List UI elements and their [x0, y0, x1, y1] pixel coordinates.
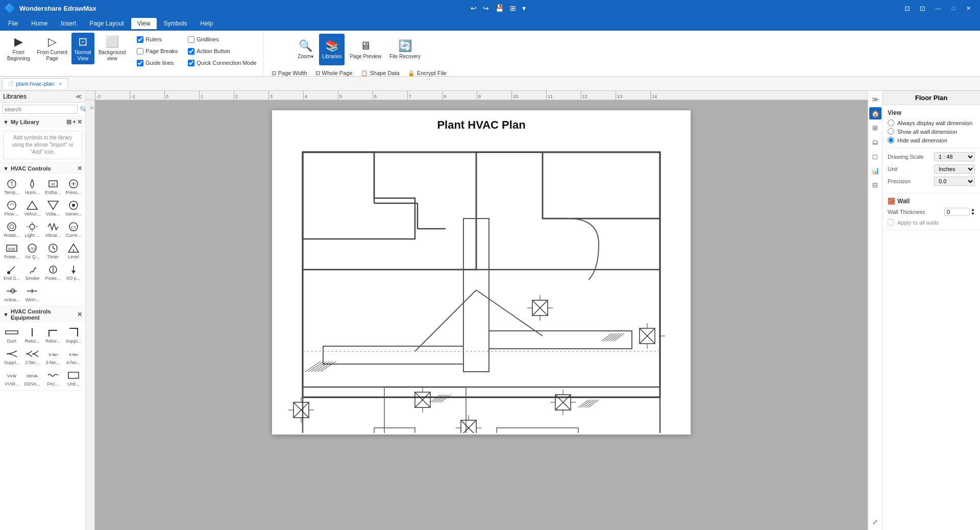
symbol-humidity[interactable]: Humi...	[22, 176, 42, 197]
symbol-4fan[interactable]: 4-fan 4-fan...	[64, 346, 83, 367]
page-breaks-checkbox[interactable]: Page Breaks	[134, 45, 181, 57]
page-width-button[interactable]: ⊡Page Width	[268, 67, 310, 79]
symbol-duct[interactable]: Duct	[2, 325, 21, 345]
symbol-vvw[interactable]: VVW VVW...	[2, 368, 21, 388]
my-library-header[interactable]: ▼ My Library ⊞ + ✕	[0, 116, 85, 128]
symbol-temperature[interactable]: T Temp...	[2, 176, 21, 197]
symbol-enthalpy[interactable]: H Entha...	[43, 176, 63, 197]
panel-icon-shapes[interactable]: ◻	[869, 150, 881, 162]
close-button[interactable]: ✕	[962, 3, 976, 14]
add-icon[interactable]: +	[72, 118, 76, 126]
quick-connection-checkbox[interactable]: Quick Connection Mode	[185, 57, 259, 68]
hide-dimension-radio[interactable]: Hide wall dimension	[888, 137, 975, 143]
normal-view-button[interactable]: ⊡ Normal View	[71, 33, 94, 64]
import-icon[interactable]: ⊞	[66, 118, 71, 126]
close-tab-button[interactable]: ✕	[58, 81, 62, 87]
symbol-power-kw[interactable]: KW Powe...	[2, 240, 21, 261]
symbol-generator[interactable]: Gener...	[64, 198, 83, 218]
symbol-timer[interactable]: Timer	[43, 240, 63, 261]
zoom-button[interactable]: 🔍 Zoom▾	[294, 34, 317, 65]
extra1-button[interactable]: ⊡	[900, 3, 915, 14]
symbol-power-supply[interactable]: Powe...	[43, 262, 63, 282]
symbol-pressure[interactable]: Press...	[64, 176, 83, 197]
symbol-wiring[interactable]: Wirin...	[22, 283, 42, 304]
panel-icon-expand[interactable]: ≫	[869, 93, 881, 105]
wall-thickness-input[interactable]	[944, 208, 970, 216]
save-button[interactable]: 💾	[493, 3, 506, 13]
menu-page-layout[interactable]: Page Layout	[83, 18, 130, 29]
gridlines-checkbox[interactable]: Gridlines	[185, 34, 259, 45]
file-recovery-button[interactable]: 🔄 File Recovery	[386, 34, 424, 65]
panel-icon-floor-plan[interactable]: 🏠	[869, 107, 881, 119]
search-icon[interactable]: 🔍	[80, 106, 86, 113]
guide-lines-checkbox[interactable]: Guide lines	[134, 57, 181, 68]
symbol-voltage[interactable]: Volta...	[43, 198, 63, 218]
symbol-velocity[interactable]: Veloci...	[22, 198, 42, 218]
show-all-radio[interactable]: Show all wall dimension	[888, 128, 975, 135]
extra-dropdown[interactable]: ▾	[520, 3, 528, 13]
close-library-icon[interactable]: ✕	[77, 118, 82, 126]
symbol-supply1[interactable]: Suppl...	[64, 325, 83, 345]
symbol-rotation[interactable]: Rotati...	[2, 219, 21, 239]
encrypt-file-button[interactable]: 🔒Encrypt File	[405, 67, 450, 79]
menu-symbols[interactable]: Symbols	[158, 18, 193, 29]
symbol-light[interactable]: Light ...	[22, 219, 42, 239]
menu-home[interactable]: Home	[25, 18, 54, 29]
shape-data-button[interactable]: 📋Shape Data	[358, 67, 403, 79]
always-display-radio[interactable]: Always display wall dimension	[888, 119, 975, 126]
unit-select[interactable]: Inches	[934, 164, 975, 174]
panel-icon-layers[interactable]: 🗂	[869, 136, 881, 148]
panel-icon-expand2[interactable]: ⤢	[869, 516, 881, 528]
drawing-scale-select[interactable]: 1 : 48	[934, 152, 975, 161]
thickness-down-btn[interactable]: ▼	[971, 212, 975, 216]
precision-select[interactable]: 0.0	[934, 177, 975, 186]
menu-view[interactable]: View	[131, 18, 157, 29]
from-current-page-button[interactable]: ▷ From Current Page	[34, 33, 70, 64]
menu-insert[interactable]: Insert	[55, 18, 82, 29]
symbol-unit[interactable]: Unit...	[64, 368, 83, 388]
symbol-return2[interactable]: Retur...	[43, 325, 63, 345]
newtab-button[interactable]: ⊞	[508, 3, 518, 13]
symbol-io-port[interactable]: I/O p...	[64, 262, 83, 282]
symbol-level[interactable]: Level	[64, 240, 83, 261]
minimize-button[interactable]: —	[931, 3, 945, 14]
menu-file[interactable]: File	[2, 18, 24, 29]
menu-help[interactable]: Help	[194, 18, 219, 29]
diagram-svg[interactable]	[272, 137, 691, 433]
hvac-equipment-header[interactable]: ▼ HVAC Controls Equipment ✕	[0, 306, 85, 323]
background-view-button[interactable]: ⬜ Background view	[95, 33, 129, 64]
panel-icon-table[interactable]: ⊟	[869, 179, 881, 191]
canvas-scroll[interactable]: Plant HVAC Plan	[95, 100, 868, 530]
libraries-button[interactable]: 📚 Libraries	[319, 34, 345, 65]
symbol-3fan[interactable]: 3-fan 3-fan...	[43, 346, 63, 367]
symbol-smoke[interactable]: Smoke	[22, 262, 42, 282]
symbol-flow[interactable]: Flow ...	[2, 198, 21, 218]
symbol-current[interactable]: CT Curre...	[64, 219, 83, 239]
undo-button[interactable]: ↩	[469, 3, 479, 13]
symbol-vibration[interactable]: Vibrat...	[43, 219, 63, 239]
search-input[interactable]	[2, 105, 78, 114]
hvac-controls-header[interactable]: ▼ HVAC Controls ✕	[0, 163, 85, 174]
panel-icon-chart[interactable]: 📊	[869, 164, 881, 177]
symbol-friction[interactable]: Fric...	[43, 368, 63, 388]
symbol-air-quality[interactable]: CO Air Q...	[22, 240, 42, 261]
rulers-checkbox[interactable]: Rulers	[134, 34, 181, 45]
maximize-button[interactable]: □	[946, 3, 961, 14]
redo-button[interactable]: ↪	[481, 3, 491, 13]
symbol-ddva[interactable]: DDVA DDVA...	[22, 368, 42, 388]
symbol-actuator[interactable]: Actua...	[2, 283, 21, 304]
close-hvac-equipment-icon[interactable]: ✕	[77, 311, 82, 318]
close-hvac-controls-icon[interactable]: ✕	[77, 165, 82, 172]
symbol-2fan[interactable]: 2-fan...	[22, 346, 42, 367]
symbol-supply2[interactable]: Suppl...	[2, 346, 21, 367]
whole-page-button[interactable]: ⊡Whole Page	[312, 67, 356, 79]
page-preview-button[interactable]: 🖥 Page Preview	[347, 34, 384, 65]
document-tab[interactable]: 📄 plant-hvac-plan ✕	[2, 78, 68, 89]
action-button-checkbox[interactable]: Action Button	[185, 45, 259, 57]
symbol-return1[interactable]: Retur...	[22, 325, 42, 345]
panel-icon-grid[interactable]: ⊞	[869, 122, 881, 134]
from-beginning-button[interactable]: ▶ From Beginning	[4, 33, 33, 64]
apply-all-walls-checkbox[interactable]: Apply to all walls	[888, 219, 975, 226]
extra2-button[interactable]: ⊡	[916, 3, 930, 14]
symbol-end-switch[interactable]: End S...	[2, 262, 21, 282]
